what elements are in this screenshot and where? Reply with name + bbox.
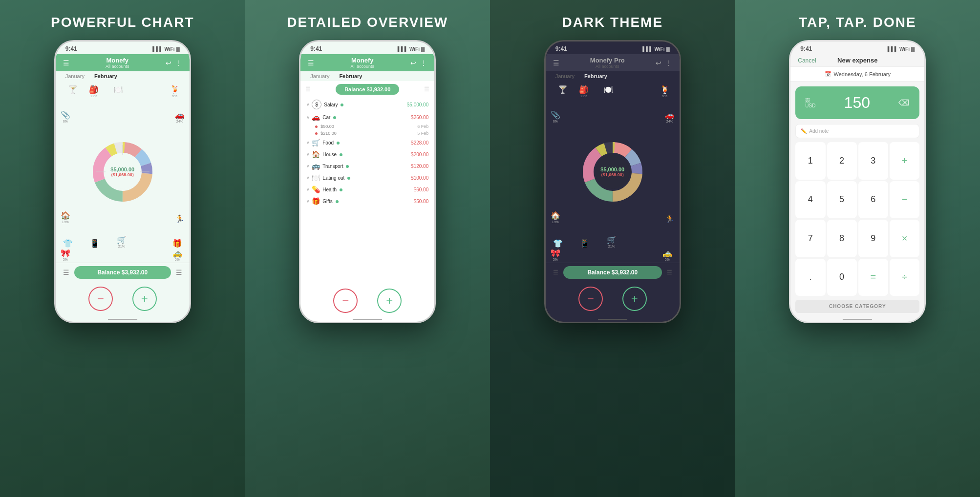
minus-button-1[interactable]: − bbox=[88, 287, 113, 311]
menu-icon-left-3[interactable]: ☰ bbox=[553, 269, 558, 276]
num-divide[interactable]: ÷ bbox=[890, 259, 919, 296]
expand-gifts[interactable]: ∨ bbox=[306, 199, 310, 204]
backspace-icon-4[interactable]: ⌫ bbox=[898, 98, 910, 107]
header-actions-1: ↩ ⋮ bbox=[166, 59, 182, 67]
expense-salary[interactable]: ∨ $ Salary $5,000.00 bbox=[300, 98, 434, 111]
car-name: Car bbox=[322, 115, 411, 120]
num-minus[interactable]: − bbox=[890, 181, 919, 219]
num-9[interactable]: 9 bbox=[858, 220, 888, 257]
month-feb-3[interactable]: February bbox=[584, 73, 607, 79]
battery-icon-4: ▓ bbox=[911, 46, 915, 52]
more-icon-2[interactable]: ⋮ bbox=[420, 59, 427, 67]
back-icon-1[interactable]: ↩ bbox=[166, 59, 171, 67]
app-name-1: Monefy bbox=[69, 57, 166, 64]
car-sub-date-2: 5 Feb bbox=[417, 131, 428, 136]
month-jan-1[interactable]: January bbox=[65, 73, 85, 79]
cat-phone-3: 📱 bbox=[580, 239, 590, 248]
cat-bar-3: 🍸 bbox=[558, 85, 568, 94]
num-dot[interactable]: . bbox=[795, 259, 825, 296]
expense-house[interactable]: ∨ 🏠 House $200.00 bbox=[300, 148, 434, 160]
plus-button-2[interactable]: + bbox=[377, 289, 402, 313]
num-2[interactable]: 2 bbox=[827, 142, 857, 180]
house-dot bbox=[340, 153, 342, 156]
panel-powerful-chart: POWERFUL CHART 9:41 ▌▌▌ WiFi ▓ ☰ Monefy … bbox=[0, 0, 245, 497]
panel-4-title: TAP, TAP. DONE bbox=[799, 15, 916, 30]
expense-health[interactable]: ∨ 💊 Health $60.00 bbox=[300, 184, 434, 195]
cat-food-3: 🍽️ bbox=[603, 85, 613, 94]
expense-car[interactable]: ∧ 🚗 Car $260.00 bbox=[300, 111, 434, 123]
num-plus[interactable]: + bbox=[890, 142, 919, 180]
month-feb-2[interactable]: February bbox=[339, 73, 362, 79]
phone-1-screen: 9:41 ▌▌▌ WiFi ▓ ☰ Monefy All accounts ↩ … bbox=[56, 41, 190, 322]
minus-button-2[interactable]: − bbox=[333, 289, 358, 313]
num-multiply[interactable]: × bbox=[890, 220, 919, 257]
cat-gift2-1: 🎀 5% bbox=[61, 248, 70, 261]
note-field-4[interactable]: ✏️ Add note bbox=[795, 124, 919, 138]
balance-header-2: ☰ Balance $3,932.00 ☰ bbox=[300, 81, 434, 98]
menu-icon-right-3[interactable]: ☰ bbox=[667, 269, 672, 276]
bottom-bar-3: ☰ Balance $3,932.00 ☰ bbox=[546, 263, 680, 282]
expense-transport[interactable]: ∨ 🚌 Transport $120.00 bbox=[300, 160, 434, 172]
cat-shirt-3: 👕 bbox=[553, 239, 563, 248]
num-equals[interactable]: = bbox=[858, 259, 888, 296]
num-7[interactable]: 7 bbox=[795, 220, 825, 257]
choose-category-4[interactable]: CHOOSE CATEGORY bbox=[795, 300, 919, 313]
expense-gifts[interactable]: ∨ 🎁 Gifts $50.00 bbox=[300, 195, 434, 207]
num-8[interactable]: 8 bbox=[827, 220, 857, 257]
expand-transport[interactable]: ∨ bbox=[306, 164, 310, 168]
num-0[interactable]: 0 bbox=[827, 259, 857, 296]
cancel-button-4[interactable]: Cancel bbox=[798, 57, 816, 64]
month-jan-3[interactable]: January bbox=[555, 73, 575, 79]
donut-center-1: $5,000.00 ($1,068.00) bbox=[110, 166, 134, 177]
header-actions-2: ↩ ⋮ bbox=[410, 59, 427, 67]
num-1[interactable]: 1 bbox=[795, 142, 825, 180]
num-4[interactable]: 4 bbox=[795, 181, 825, 219]
food-name: Food bbox=[322, 140, 411, 145]
plus-button-3[interactable]: + bbox=[622, 287, 647, 311]
home-bar-4 bbox=[843, 319, 872, 320]
status-bar-1: 9:41 ▌▌▌ WiFi ▓ bbox=[56, 41, 190, 54]
home-bar-3 bbox=[598, 319, 627, 320]
back-icon-3[interactable]: ↩ bbox=[656, 59, 661, 67]
filter-icon-1[interactable]: ☰ bbox=[63, 59, 69, 67]
plus-button-1[interactable]: + bbox=[132, 287, 157, 311]
eating-out-dot bbox=[347, 177, 350, 180]
cat-bar-1: 🍸 bbox=[68, 85, 78, 94]
expand-food[interactable]: ∨ bbox=[306, 140, 310, 145]
more-icon-1[interactable]: ⋮ bbox=[175, 59, 182, 67]
menu-icon-left-2[interactable]: ☰ bbox=[305, 86, 311, 93]
num-6[interactable]: 6 bbox=[858, 181, 888, 219]
cat-house-1: 🏠 19% bbox=[61, 211, 70, 224]
num-3[interactable]: 3 bbox=[858, 142, 888, 180]
month-feb-1[interactable]: February bbox=[94, 73, 117, 79]
home-bar-2 bbox=[353, 319, 382, 320]
num-5[interactable]: 5 bbox=[827, 181, 857, 219]
month-jan-2[interactable]: January bbox=[310, 73, 329, 79]
battery-icon-2: ▓ bbox=[421, 46, 425, 52]
menu-icon-right-2[interactable]: ☰ bbox=[424, 86, 429, 93]
expand-salary[interactable]: ∨ bbox=[306, 102, 310, 107]
expense-food[interactable]: ∨ 🛒 Food $228.00 bbox=[300, 137, 434, 148]
car-dot bbox=[333, 116, 336, 119]
battery-icon-3: ▓ bbox=[666, 46, 669, 52]
app-header-2: ☰ Monefy All accounts ↩ ⋮ bbox=[300, 54, 434, 71]
food-amount: $228.00 bbox=[411, 140, 428, 145]
car-sub-dot-2 bbox=[315, 132, 318, 135]
cat-paper-1: 📎 6% bbox=[61, 110, 70, 123]
menu-right-1[interactable]: ☰ bbox=[176, 269, 182, 276]
minus-button-3[interactable]: − bbox=[578, 287, 603, 311]
expand-car[interactable]: ∧ bbox=[306, 115, 310, 120]
date-bar-4[interactable]: 📅 Wednesday, 6 February bbox=[790, 67, 924, 82]
expand-house[interactable]: ∨ bbox=[306, 152, 310, 157]
expand-eating-out[interactable]: ∨ bbox=[306, 175, 310, 180]
app-name-3: Monefy Pro bbox=[559, 57, 656, 64]
action-buttons-2: − + bbox=[300, 284, 434, 317]
filter-icon-3[interactable]: ☰ bbox=[553, 59, 559, 67]
more-icon-3[interactable]: ⋮ bbox=[665, 59, 672, 67]
menu-left-1[interactable]: ☰ bbox=[63, 269, 69, 276]
expense-eating-out[interactable]: ∨ 🍽️ Eating out $100.00 bbox=[300, 172, 434, 184]
car-icon: 🚗 bbox=[312, 113, 320, 121]
back-icon-2[interactable]: ↩ bbox=[410, 59, 416, 67]
expand-health[interactable]: ∨ bbox=[306, 187, 310, 192]
filter-icon-2[interactable]: ☰ bbox=[308, 59, 314, 67]
